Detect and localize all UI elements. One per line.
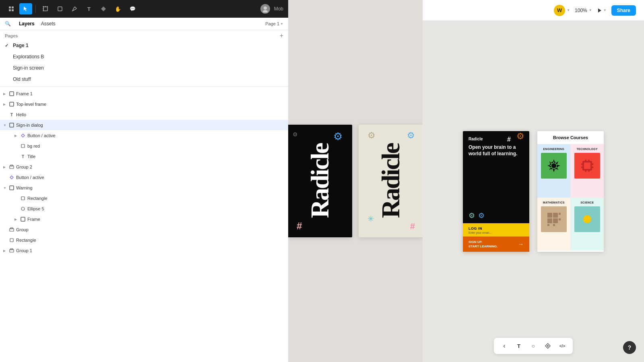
assets-tab[interactable]: Assets	[41, 21, 56, 27]
hashtag-dark: #	[297, 220, 302, 232]
signup-arrow: →	[518, 241, 524, 247]
avatar-chevron[interactable]: ▼	[567, 8, 570, 12]
shape-tool-btn[interactable]	[54, 3, 66, 14]
svg-point-34	[551, 163, 556, 168]
page-check-icon: ✓	[5, 43, 10, 48]
layer-signindialog[interactable]: ▼ Sign-in dialog	[0, 120, 288, 130]
preview-frame-courses[interactable]: Browse Courses ENGINEERING	[537, 131, 604, 252]
page-selector[interactable]: Page 1 ▼	[265, 21, 283, 26]
signin-label: Sign-in screen	[13, 65, 44, 71]
course-cell-math[interactable]: MATHEMATICS	[537, 198, 571, 251]
search-icon[interactable]: 🔍	[5, 21, 11, 27]
engineering-label: ENGINEERING	[543, 148, 564, 150]
course-cell-engineering[interactable]: ENGINEERING	[537, 144, 571, 198]
share-btn[interactable]: Share	[611, 5, 636, 16]
layer-rectangle[interactable]: ▶ Rectangle	[0, 193, 288, 204]
course-cell-science[interactable]: SCIENCE	[571, 198, 604, 251]
frame-icon-signin	[9, 122, 14, 128]
frame-radicle-light[interactable]: ⚙ ⚙ Radicle ✳ #	[359, 125, 423, 237]
preview-frame-learn[interactable]: ⚙ # Radicle Open your brain to a world f…	[463, 131, 529, 252]
svg-point-15	[263, 10, 268, 12]
layer-rectangle2[interactable]: ▶ Rectangle	[0, 235, 288, 245]
zoom-level: 100%	[575, 8, 587, 13]
warning-name: Warning	[16, 185, 285, 190]
expand-arrow-g1: ▶	[3, 249, 7, 253]
group-icon-2	[9, 227, 14, 232]
svg-rect-12	[58, 7, 62, 11]
text-tool-bottom[interactable]: T	[513, 340, 524, 352]
layer-toplevel[interactable]: ▶ Top-level frame	[0, 99, 288, 109]
layer-group2[interactable]: ▶ Group 2	[0, 162, 288, 172]
frame-radicle-dark[interactable]: ⚙ ⚙ Radicle #	[288, 125, 352, 237]
rectangle2-name: Rectangle	[16, 238, 285, 243]
help-btn[interactable]: ?	[623, 341, 636, 354]
svg-point-14	[264, 6, 267, 10]
layer-frame1[interactable]: ▶ Frame 1	[0, 88, 288, 99]
frame-tool-btn[interactable]	[39, 3, 52, 14]
hand-tool-btn[interactable]: ✋	[111, 3, 124, 14]
component-tool-bottom[interactable]	[542, 340, 553, 352]
frame-icon-warn	[9, 185, 14, 191]
bottom-toolbar: ‹ T ○ </>	[494, 338, 573, 354]
signup-text: SIGN UP.START LEARNING.	[469, 240, 497, 249]
math-label: MATHEMATICS	[543, 201, 565, 204]
svg-point-56	[547, 345, 549, 347]
svg-rect-42	[585, 160, 586, 161]
user-avatar-small	[260, 4, 270, 14]
signindialog-name: Sign-in dialog	[16, 123, 285, 128]
layer-group1[interactable]: ▶ Group 1	[0, 245, 288, 256]
text-tool-btn[interactable]: T	[83, 3, 95, 14]
grid-tool-btn[interactable]	[5, 3, 18, 14]
button-active2-name: Button / active	[16, 175, 285, 180]
math-icon-wrap	[541, 206, 567, 232]
add-page-btn[interactable]: +	[280, 33, 283, 39]
courses-header: Browse Courses	[537, 131, 604, 144]
toolbar-sep-1	[35, 5, 36, 13]
code-tool-bottom[interactable]: </>	[557, 340, 568, 352]
pen-tool-btn[interactable]	[68, 3, 81, 14]
back-btn[interactable]: ‹	[499, 340, 510, 352]
layer-button-active[interactable]: ▶ Button / active	[0, 130, 288, 141]
learn-top: Radicle Open your brain to a world full …	[463, 131, 529, 223]
svg-rect-43	[588, 160, 590, 161]
course-cell-technology[interactable]: TECHNOLOGY	[571, 144, 604, 198]
radicle-logo-text: Radicle	[469, 137, 524, 141]
oldstuff-label: Old stuff	[13, 76, 31, 82]
component-tool-btn[interactable]	[97, 3, 110, 14]
user-avatar-btn[interactable]: W	[554, 5, 565, 16]
expand-arrow: ▶	[3, 92, 7, 96]
gear-blue-small: ⚙	[478, 211, 485, 220]
frame-icon-inner	[20, 216, 26, 222]
login-label: LOG IN	[469, 226, 524, 230]
page-item-oldstuff[interactable]: ✓ Old stuff	[0, 74, 288, 85]
courses-grid: ENGINEERING TECHNOLOGY	[537, 144, 604, 251]
svg-marker-23	[10, 176, 13, 179]
svg-point-26	[21, 207, 25, 210]
svg-rect-18	[10, 123, 14, 127]
main-canvas[interactable]: ⚙ ⚙ Radicle # ⚙ ⚙ Radicle ✳ #	[288, 0, 423, 362]
right-canvas[interactable]: ⚙ # Radicle Open your brain to a world f…	[423, 21, 644, 362]
select-tool-btn[interactable]	[19, 3, 32, 14]
rect-icon-2	[20, 195, 26, 201]
layer-bg-red[interactable]: ▶ bg red	[0, 141, 288, 151]
layer-hello[interactable]: ▶ T Hello	[0, 109, 288, 120]
play-btn[interactable]: ▼	[597, 8, 607, 13]
zoom-control[interactable]: 100% ▼	[575, 8, 592, 13]
play-chevron: ▼	[603, 8, 607, 12]
gear-top-right-lt: ⚙	[407, 130, 415, 141]
comment-tool-bottom[interactable]: ○	[528, 340, 539, 352]
svg-rect-3	[12, 9, 14, 11]
page-item-explorations[interactable]: ✓ Explorations B	[0, 51, 288, 62]
radicle-dark-text: Radicle	[308, 144, 332, 218]
layer-ellipse5[interactable]: ▶ Ellipse 5	[0, 204, 288, 214]
comment-tool-btn[interactable]: 💬	[126, 3, 139, 14]
layer-title[interactable]: ▶ T Title	[0, 151, 288, 162]
page-item-page1[interactable]: ✓ Page 1	[0, 40, 288, 51]
current-page-label: Page 1	[265, 21, 279, 26]
layer-group[interactable]: ▶ Group	[0, 224, 288, 235]
layers-tab[interactable]: Layers	[19, 21, 35, 27]
page-item-signin[interactable]: ✓ Sign-in screen	[0, 62, 288, 74]
layer-frame-inner[interactable]: ▶ Frame	[0, 214, 288, 224]
layer-button-active2[interactable]: ▶ Button / active	[0, 172, 288, 183]
layer-warning[interactable]: ▼ Warning	[0, 183, 288, 193]
